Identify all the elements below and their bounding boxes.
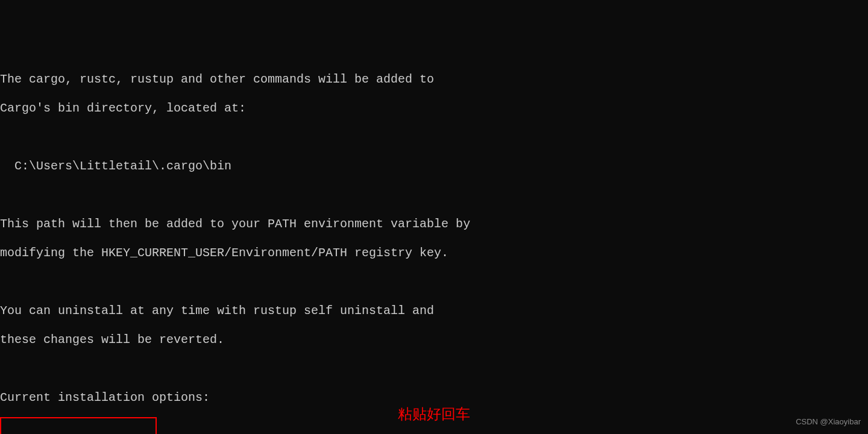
terminal-output[interactable]: The cargo, rustc, rustup and other comma…	[0, 58, 868, 434]
output-line	[0, 130, 868, 145]
output-line: Cargo's bin directory, located at:	[0, 101, 868, 116]
output-line	[0, 275, 868, 289]
output-line: modifying the HKEY_CURRENT_USER/Environm…	[0, 246, 868, 260]
output-line: these changes will be reverted.	[0, 333, 868, 347]
output-line	[0, 188, 868, 203]
output-line	[0, 362, 868, 376]
output-line: This path will then be added to your PAT…	[0, 217, 868, 231]
output-line: C:\Users\Littletail\.cargo\bin	[0, 159, 868, 174]
output-line: The cargo, rustc, rustup and other comma…	[0, 72, 868, 87]
output-line: Current installation options:	[0, 391, 868, 405]
output-line: You can uninstall at any time with rustu…	[0, 304, 868, 318]
output-line	[0, 420, 868, 434]
